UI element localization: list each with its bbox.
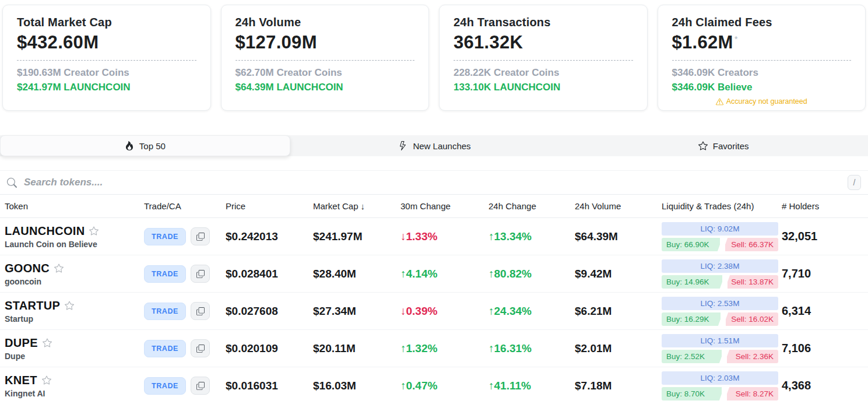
accuracy-warning-text: Accuracy not guaranteed: [726, 97, 807, 106]
column-header-24h-change[interactable]: 24h Change: [489, 201, 575, 211]
price-cell: $0.027608: [226, 305, 313, 318]
copy-address-button[interactable]: [191, 302, 210, 320]
trade-button[interactable]: TRADE: [144, 303, 186, 320]
card-value-text: $432.60M: [17, 32, 99, 52]
card-title: 24h Transactions: [454, 16, 633, 29]
change-30m-cell: ↑0.47%: [400, 380, 489, 392]
holders-cell: 32,051: [782, 230, 868, 243]
token-name: Startup: [5, 314, 144, 324]
liquidity-bar: LIQ: 2.53M: [662, 297, 778, 310]
market-cap-cell: $20.11M: [313, 342, 400, 355]
change-24h-cell: ↑80.82%: [489, 268, 575, 280]
tab-label: New Launches: [413, 141, 470, 151]
trade-button[interactable]: TRADE: [144, 377, 186, 395]
divider: [236, 60, 415, 61]
trade-button[interactable]: TRADE: [144, 340, 186, 357]
stat-card-24h-transactions: 24h Transactions 361.32K 228.22K Creator…: [439, 5, 648, 111]
flame-icon: [125, 141, 134, 150]
column-header-token[interactable]: Token: [0, 201, 144, 211]
table-row[interactable]: GOONC gooncoin TRADE $0.028401 $28.40M ↑…: [0, 255, 868, 293]
change-24h-cell: ↑16.31%: [489, 342, 575, 355]
card-sub-gray: $62.70M Creator Coins: [236, 67, 415, 79]
market-cap-cell: $28.40M: [313, 268, 400, 280]
tab-new-launches[interactable]: New Launches: [290, 135, 579, 156]
change-30m-cell: ↑4.14%: [400, 268, 489, 280]
token-name: gooncoin: [5, 277, 144, 286]
volume-24h-cell: $2.01M: [575, 342, 662, 355]
copy-address-button[interactable]: [191, 227, 210, 245]
table-header-row: Token Trade/CA Price Market Cap↓ 30m Cha…: [0, 195, 868, 218]
favorite-star-icon[interactable]: [65, 301, 74, 310]
holders-cell: 4,368: [782, 379, 868, 392]
token-name: Launch Coin on Believe: [5, 240, 144, 249]
warning-triangle-icon: [716, 98, 723, 106]
liquidity-cell: LIQ: 2.03M Buy: 8.70K Sell: 8.27K: [662, 371, 778, 401]
column-header-market-cap[interactable]: Market Cap↓: [313, 201, 400, 211]
market-cap-cell: $27.34M: [313, 305, 400, 318]
table-row[interactable]: LAUNCHCOIN Launch Coin on Believe TRADE …: [0, 218, 868, 255]
favorite-star-icon[interactable]: [89, 226, 99, 236]
tab-top-50[interactable]: Top 50: [0, 135, 290, 156]
holders-cell: 7,106: [782, 342, 868, 355]
token-ticker: STARTUP: [5, 299, 60, 312]
tab-label: Favorites: [713, 141, 749, 151]
market-cap-cell: $241.97M: [313, 230, 400, 243]
card-value: $127.09M: [236, 32, 415, 53]
card-sub-gray: 228.22K Creator Coins: [454, 67, 633, 79]
favorite-star-icon[interactable]: [42, 375, 51, 385]
liquidity-bar: LIQ: 2.38M: [662, 259, 778, 273]
lightning-icon: [398, 141, 407, 150]
card-sub-green: $241.97M LAUNCHCOIN: [17, 82, 196, 93]
copy-address-button[interactable]: [191, 377, 210, 395]
trade-ca-cell: TRADE: [144, 302, 226, 320]
change-24h-cell: ↑41.11%: [489, 380, 575, 392]
sell-segment: Sell: 66.37K: [725, 238, 778, 251]
tab-favorites[interactable]: Favorites: [579, 135, 868, 156]
accuracy-warning: Accuracy not guaranteed: [672, 97, 852, 106]
favorite-star-icon[interactable]: [43, 338, 52, 347]
token-ticker: LAUNCHCOIN: [5, 224, 85, 238]
favorite-star-icon[interactable]: [54, 264, 64, 273]
column-header-24h-volume[interactable]: 24h Volume: [575, 201, 662, 211]
copy-icon: [196, 307, 205, 315]
buy-sell-bar: Buy: 16.29K Sell: 16.02K: [662, 312, 778, 326]
column-header-price[interactable]: Price: [226, 201, 313, 211]
holders-cell: 7,710: [782, 267, 868, 280]
column-header-holders[interactable]: # Holders: [782, 201, 868, 211]
copy-icon: [196, 233, 205, 241]
liquidity-bar: LIQ: 9.02M: [662, 222, 778, 236]
buy-segment: Buy: 14.96K: [662, 275, 722, 289]
price-cell: $0.016031: [226, 380, 313, 392]
column-header-30m-change[interactable]: 30m Change: [400, 201, 489, 211]
card-sub-gray: $190.63M Creator Coins: [17, 67, 196, 79]
price-cell: $0.028401: [226, 268, 313, 280]
buy-sell-bar: Buy: 2.52K Sell: 2.36K: [662, 350, 778, 363]
search-input[interactable]: [23, 176, 842, 189]
card-title: 24h Volume: [236, 16, 415, 29]
table-row[interactable]: KNET Kingnet AI TRADE $0.016031 $16.03M …: [0, 367, 868, 404]
column-header-liquidity[interactable]: Liquidity & Trades (24h): [662, 201, 782, 211]
copy-address-button[interactable]: [191, 339, 210, 357]
buy-sell-bar: Buy: 66.90K Sell: 66.37K: [662, 238, 778, 251]
token-name: Dupe: [5, 352, 144, 361]
market-cap-cell: $16.03M: [313, 380, 400, 392]
trade-button[interactable]: TRADE: [144, 228, 186, 245]
trade-button[interactable]: TRADE: [144, 265, 186, 283]
card-title: 24h Claimed Fees: [672, 16, 852, 29]
trade-ca-cell: TRADE: [144, 377, 226, 395]
card-value-text: 361.32K: [454, 32, 523, 52]
table-row[interactable]: DUPE Dupe TRADE $0.020109 $20.11M ↑1.32%…: [0, 330, 868, 367]
card-value-text: $1.62M: [672, 32, 733, 52]
card-value-text: $127.09M: [236, 32, 317, 52]
copy-address-button[interactable]: [191, 265, 210, 283]
card-sub-green: 133.10K LAUNCHCOIN: [454, 82, 633, 93]
footnote-asterisk: *: [735, 34, 738, 44]
table-row[interactable]: STARTUP Startup TRADE $0.027608 $27.34M …: [0, 293, 868, 330]
copy-icon: [196, 270, 205, 278]
tab-label: Top 50: [139, 141, 166, 151]
column-header-trade-ca[interactable]: Trade/CA: [144, 201, 226, 211]
change-30m-cell: ↓0.39%: [400, 305, 489, 318]
liquidity-cell: LIQ: 2.38M Buy: 14.96K Sell: 13.87K: [662, 259, 778, 289]
divider: [17, 60, 196, 61]
volume-24h-cell: $6.21M: [575, 305, 662, 318]
